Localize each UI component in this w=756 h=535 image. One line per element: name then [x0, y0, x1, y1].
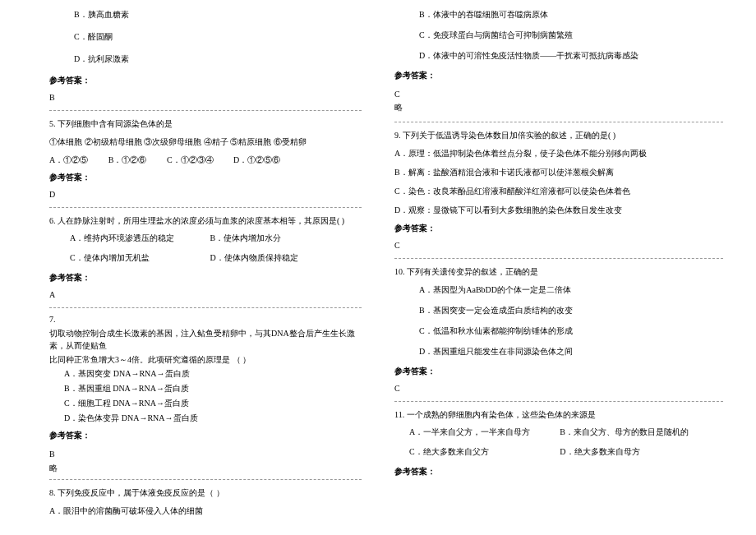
right-column: B．体液中的吞噬细胞可吞噬病原体 C．免疫球蛋白与病菌结合可抑制病菌繁殖 D．体…	[378, 8, 756, 527]
q6-answer: A	[49, 290, 362, 299]
q5-option-c: C．①②③④	[167, 155, 214, 164]
q5-answer: D	[49, 190, 362, 199]
q8-option-c: C．免疫球蛋白与病菌结合可抑制病菌繁殖	[394, 29, 723, 41]
q6-stem: 6. 人在静脉注射时，所用生理盐水的浓度必须与血浆的浓度基本相等，其原因是( )	[49, 214, 362, 228]
q6-row1: A．维持内环境渗透压的稳定 B．使体内增加水分	[49, 233, 362, 244]
q6-option-d: D．使体内物质保持稳定	[210, 252, 362, 264]
q10-stem: 10. 下列有关遗传变异的叙述，正确的是	[394, 265, 723, 279]
q7-option-c: C．细胞工程 DNA→RNA→蛋白质	[49, 397, 362, 410]
q5-option-b: B．①②⑥	[108, 155, 147, 164]
q8-option-d: D．体液中的可溶性免疫活性物质——干扰素可抵抗病毒感染	[394, 49, 723, 62]
q8-answer: C	[394, 88, 723, 100]
q7-option-a: A．基因突变 DNA→RNA→蛋白质	[49, 367, 362, 380]
q7-note: 略	[49, 462, 362, 474]
q7-option-d: D．染色体变异 DNA→RNA→蛋白质	[49, 412, 362, 425]
q4-option-d: D．抗利尿激素	[49, 53, 362, 65]
divider	[49, 307, 362, 308]
q5-options: A．①②⑤ B．①②⑥ C．①②③④ D．①②⑤⑥	[49, 154, 362, 167]
q10-option-d: D．基因重组只能发生在非同源染色体之间	[394, 345, 723, 357]
q11-row1: A．一半来自父方，一半来自母方 B．来自父方、母方的数目是随机的	[394, 427, 723, 438]
q5-option-a: A．①②⑤	[49, 155, 88, 164]
q6-answer-label: 参考答案：	[49, 272, 362, 284]
q11-option-d: D．绝大多数来自母方	[560, 446, 723, 458]
q9-option-a: A．原理：低温抑制染色体着丝点分裂，使子染色体不能分别移向两极	[394, 147, 723, 160]
q9-option-d: D．观察：显微镜下可以看到大多数细胞的染色体数目发生改变	[394, 204, 723, 217]
q11-option-b: B．来自父方、母方的数目是随机的	[560, 427, 723, 438]
q8-option-b: B．体液中的吞噬细胞可吞噬病原体	[394, 8, 723, 21]
q9-stem: 9. 下列关于低温诱导染色体数目加倍实验的叙述，正确的是( )	[394, 129, 723, 142]
divider	[394, 258, 723, 259]
q9-answer-label: 参考答案：	[394, 223, 723, 234]
q10-answer: C	[394, 384, 723, 393]
q4-answer-label: 参考答案：	[49, 75, 362, 86]
q7-option-b: B．基因重组 DNA→RNA→蛋白质	[49, 382, 362, 395]
q5-answer-label: 参考答案：	[49, 172, 362, 183]
q4-answer: B	[49, 93, 362, 102]
q6-option-a: A．维持内环境渗透压的稳定	[70, 233, 210, 244]
q11-option-a: A．一半来自父方，一半来自母方	[409, 427, 560, 438]
q9-option-b: B．解离：盐酸酒精混合液和卡诺氏液都可以使洋葱根尖解离	[394, 166, 723, 179]
q10-option-a: A．基因型为AaBbDD的个体一定是二倍体	[394, 284, 723, 296]
q7-num: 7.	[49, 313, 362, 325]
q9-option-c: C．染色：改良苯酚品红溶液和醋酸洋红溶液都可以使染色体着色	[394, 185, 723, 198]
q10-answer-label: 参考答案：	[394, 366, 723, 377]
divider	[49, 110, 362, 111]
q4-option-b: B．胰高血糖素	[49, 8, 362, 21]
q11-stem: 11. 一个成熟的卵细胞内有染色体，这些染色体的来源是	[394, 408, 723, 422]
q7-stem1: 切取动物控制合成生长激素的基因，注入鲇鱼受精卵中，与其DNA整合后产生生长激素，…	[49, 327, 362, 352]
q7-answer: B	[49, 448, 362, 460]
q8-stem: 8. 下列免疫反应中，属于体液免疫反应的是（ ）	[49, 487, 362, 500]
q8-answer-label: 参考答案：	[394, 70, 723, 81]
q5-option-d: D．①②⑤⑥	[233, 155, 280, 164]
q11-answer-label: 参考答案：	[394, 466, 723, 477]
q6-row2: C．使体内增加无机盐 D．使体内物质保持稳定	[49, 252, 362, 264]
q10-option-c: C．低温和秋水仙素都能抑制纺锤体的形成	[394, 325, 723, 337]
divider	[49, 479, 362, 480]
q11-row2: C．绝大多数来自父方 D．绝大多数来自母方	[394, 446, 723, 458]
q10-option-b: B．基因突变一定会造成蛋白质结构的改变	[394, 304, 723, 316]
q9-answer: C	[394, 241, 723, 250]
q5-stem: 5. 下列细胞中含有同源染色体的是	[49, 118, 362, 131]
divider	[394, 401, 723, 402]
q5-items: ①体细胞 ②初级精母细胞 ③次级卵母细胞 ④精子 ⑤精原细胞 ⑥受精卵	[49, 136, 362, 149]
divider	[49, 207, 362, 208]
q8-note: 略	[394, 102, 723, 113]
q6-option-b: B．使体内增加水分	[210, 233, 362, 244]
q11-option-c: C．绝大多数来自父方	[409, 446, 560, 458]
q6-option-c: C．使体内增加无机盐	[70, 252, 210, 264]
q7-stem2: 比同种正常鱼增大3～4倍。此项研究遵循的原理是 （ ）	[49, 353, 362, 366]
divider	[394, 122, 723, 122]
q8-option-a: A．眼泪中的溶菌酶可破坏侵入人体的细菌	[49, 505, 362, 518]
q7-answer-label: 参考答案：	[49, 430, 362, 441]
q4-option-c: C．醛固酮	[49, 30, 362, 43]
left-column: B．胰高血糖素 C．醛固酮 D．抗利尿激素 参考答案： B 5. 下列细胞中含有…	[0, 8, 378, 527]
